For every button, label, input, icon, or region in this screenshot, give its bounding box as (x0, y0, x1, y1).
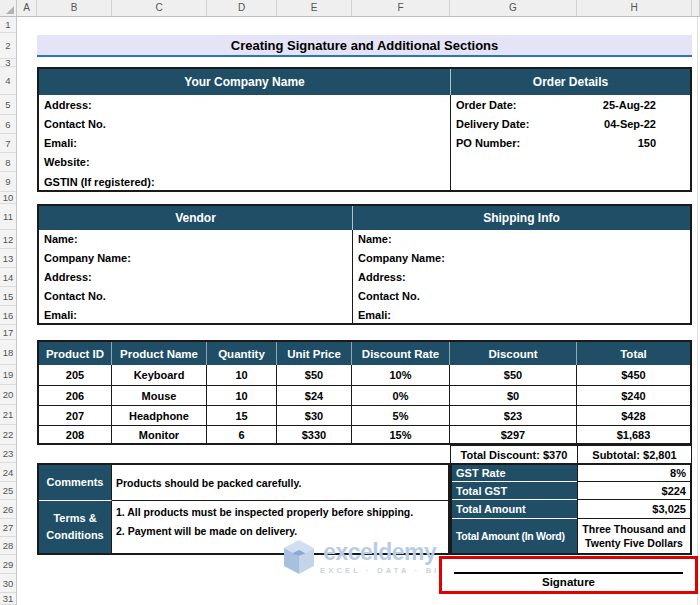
row-header-1[interactable]: 1 (0, 17, 16, 33)
product-cell[interactable]: Monitor (112, 425, 207, 443)
row-header-18[interactable]: 18 (0, 340, 16, 365)
column-header-H[interactable]: H (577, 0, 692, 16)
product-col-header[interactable]: Unit Price (277, 342, 352, 365)
product-cell[interactable]: $450 (577, 365, 690, 385)
product-col-header[interactable]: Discount Rate (352, 342, 450, 365)
product-cell[interactable]: 10 (207, 365, 277, 385)
subtotal-cell[interactable]: Subtotal: $2,801 (577, 445, 692, 464)
shipping-section-header[interactable]: Shipping Info (352, 206, 690, 230)
row-header-3[interactable]: 3 (0, 59, 16, 67)
product-cell[interactable]: $30 (277, 405, 352, 425)
product-cell[interactable]: $240 (577, 385, 690, 405)
column-header-B[interactable]: B (37, 0, 112, 16)
row-header-24[interactable]: 24 (0, 463, 16, 482)
column-header-partial[interactable] (692, 0, 700, 16)
product-cell[interactable]: Headphone (112, 405, 207, 425)
totals-value-cell[interactable]: $3,025 (577, 500, 690, 519)
row-header-5[interactable]: 5 (0, 95, 16, 115)
row-header-17[interactable]: 17 (0, 325, 16, 340)
row-header-28[interactable]: 28 (0, 537, 16, 555)
product-cell[interactable]: Mouse (112, 385, 207, 405)
totals-value-cell[interactable]: $224 (577, 482, 690, 500)
vendor-field[interactable]: Company Name: (39, 249, 349, 268)
row-header-23[interactable]: 23 (0, 445, 16, 463)
row-header-20[interactable]: 20 (0, 385, 16, 405)
row-header-4[interactable]: 4 (0, 67, 16, 95)
product-cell[interactable]: $0 (450, 385, 577, 405)
company-field[interactable]: Address: (39, 95, 444, 115)
product-cell[interactable]: Keyboard (112, 365, 207, 385)
row-header-15[interactable]: 15 (0, 287, 16, 306)
row-header-22[interactable]: 22 (0, 425, 16, 445)
row-header-7[interactable]: 7 (0, 134, 16, 153)
row-header-16[interactable]: 16 (0, 306, 16, 325)
order-detail-value[interactable]: 04-Sep-22 (604, 115, 656, 134)
product-cell[interactable]: 206 (39, 385, 112, 405)
shipping-field[interactable]: Company Name: (353, 249, 690, 268)
order-detail-value[interactable]: 150 (638, 134, 656, 153)
totals-label-cell[interactable]: Total GST (452, 482, 577, 500)
vendor-field[interactable]: Emali: (39, 306, 349, 325)
shipping-field[interactable]: Address: (353, 268, 690, 287)
product-col-header[interactable]: Discount (450, 342, 577, 365)
signature-cell[interactable]: Signature (442, 574, 695, 591)
row-header-14[interactable]: 14 (0, 268, 16, 287)
vendor-field[interactable]: Address: (39, 268, 349, 287)
product-col-header[interactable]: Quantity (207, 342, 277, 365)
shipping-field[interactable]: Emali: (353, 306, 690, 325)
terms-label-cell[interactable]: Terms & Conditions (39, 500, 112, 553)
column-header-F[interactable]: F (352, 0, 450, 16)
company-field[interactable]: Website: (39, 153, 444, 172)
total-in-word-label-cell[interactable]: Total Amount (In Word) (452, 519, 577, 553)
company-field[interactable]: GSTIN (If registered): (39, 172, 444, 192)
row-header-19[interactable]: 19 (0, 365, 16, 385)
product-cell[interactable]: $24 (277, 385, 352, 405)
product-cell[interactable]: 10% (352, 365, 450, 385)
product-cell[interactable]: $50 (450, 365, 577, 385)
row-header-8[interactable]: 8 (0, 153, 16, 172)
row-header-31[interactable]: 31 (0, 593, 16, 605)
vendor-field[interactable]: Contact No. (39, 287, 349, 306)
product-cell[interactable]: $50 (277, 365, 352, 385)
row-header-25[interactable]: 25 (0, 482, 16, 500)
vendor-field[interactable]: Name: (39, 230, 349, 249)
row-header-26[interactable]: 26 (0, 500, 16, 519)
product-cell[interactable]: $428 (577, 405, 690, 425)
row-header-30[interactable]: 30 (0, 574, 16, 593)
column-header-E[interactable]: E (277, 0, 352, 16)
product-cell[interactable]: 15% (352, 425, 450, 443)
product-cell[interactable]: 5% (352, 405, 450, 425)
comments-label-cell[interactable]: Comments (39, 465, 112, 500)
product-cell[interactable]: $1,683 (577, 425, 690, 443)
company-field[interactable]: Emali: (39, 134, 444, 153)
row-header-29[interactable]: 29 (0, 555, 16, 574)
totals-label-cell[interactable]: Total Amount (452, 500, 577, 519)
product-cell[interactable]: 10 (207, 385, 277, 405)
row-header-12[interactable]: 12 (0, 230, 16, 249)
vendor-section-header[interactable]: Vendor (39, 206, 352, 230)
product-cell[interactable]: 207 (39, 405, 112, 425)
row-header-2[interactable]: 2 (0, 33, 16, 59)
product-cell[interactable]: 15 (207, 405, 277, 425)
select-all-corner[interactable] (0, 0, 17, 16)
row-header-13[interactable]: 13 (0, 249, 16, 268)
company-field[interactable]: Contact No. (39, 115, 444, 134)
row-header-11[interactable]: 11 (0, 204, 16, 230)
total-in-word-value-cell[interactable]: Three Thousand and Twenty Five Dollars (577, 519, 690, 553)
column-header-G[interactable]: G (450, 0, 577, 16)
order-detail-row[interactable]: PO Number:150 (451, 134, 690, 153)
total-discount-cell[interactable]: Total Discount: $370 (450, 445, 577, 464)
product-cell[interactable]: 208 (39, 425, 112, 443)
worksheet-title-cell[interactable]: Creating Signature and Additional Sectio… (37, 35, 692, 57)
company-section-header[interactable]: Your Company Name (39, 69, 450, 95)
product-col-header[interactable]: Total (577, 342, 690, 365)
row-header-6[interactable]: 6 (0, 115, 16, 134)
row-header-10[interactable]: 10 (0, 192, 16, 204)
column-header-D[interactable]: D (207, 0, 277, 16)
product-cell[interactable]: 0% (352, 385, 450, 405)
totals-value-cell[interactable]: 8% (577, 465, 690, 482)
row-header-9[interactable]: 9 (0, 172, 16, 192)
order-details-header[interactable]: Order Details (450, 69, 690, 95)
totals-label-cell[interactable]: GST Rate (452, 465, 577, 482)
product-cell[interactable]: $330 (277, 425, 352, 443)
